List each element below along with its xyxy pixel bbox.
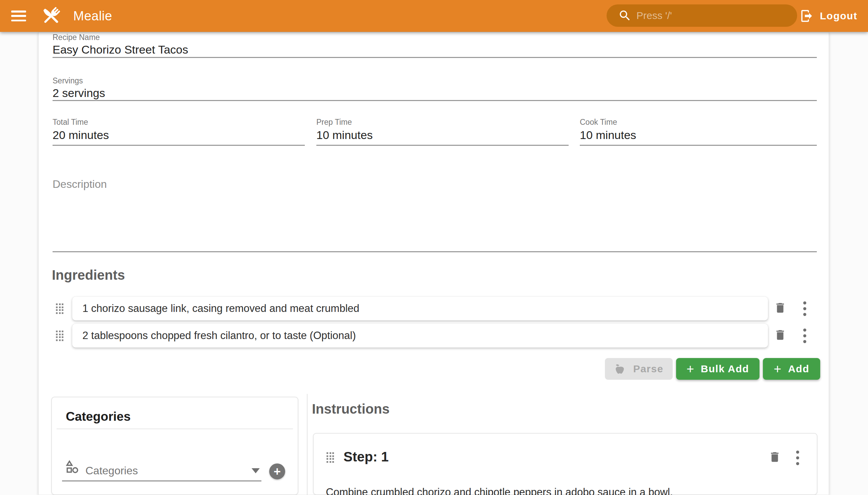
- ingredients-heading: Ingredients: [52, 268, 125, 283]
- prep-time-label: Prep Time: [316, 118, 352, 127]
- recipe-name-label: Recipe Name: [53, 33, 100, 42]
- shapes-icon: [65, 459, 80, 474]
- total-time-input[interactable]: 20 minutes: [53, 129, 109, 142]
- delete-ingredient-icon[interactable]: [774, 328, 787, 342]
- column-divider: [307, 394, 308, 495]
- drag-handle-icon[interactable]: [56, 304, 64, 314]
- prep-time-underline: [316, 145, 568, 146]
- step-title: Step: 1: [343, 449, 389, 464]
- drag-handle-icon[interactable]: [326, 452, 334, 463]
- chevron-down-icon[interactable]: [252, 468, 260, 473]
- ingredient-text: 1 chorizo sausage link, casing removed a…: [82, 303, 359, 314]
- recipe-edit-page: Mealie Press '/' Logout Recipe Name Easy…: [0, 0, 868, 495]
- cook-time-input[interactable]: 10 minutes: [580, 129, 636, 142]
- servings-input[interactable]: 2 servings: [53, 86, 105, 100]
- add-ingredient-button[interactable]: + Add: [763, 358, 820, 380]
- ingredient-text: 2 tablespoons chopped fresh cilantro, or…: [82, 329, 356, 342]
- add-category-button[interactable]: +: [269, 463, 285, 479]
- servings-label: Servings: [53, 76, 83, 85]
- logout-button[interactable]: Logout: [800, 7, 857, 25]
- app-header: Mealie Press '/' Logout: [0, 0, 868, 32]
- plus-icon: +: [774, 362, 781, 375]
- ingredient-menu-icon[interactable]: [803, 302, 806, 316]
- logout-icon: [800, 9, 814, 23]
- cook-time-label: Cook Time: [580, 118, 617, 127]
- recipe-name-input[interactable]: Easy Chorizo Street Tacos: [53, 43, 188, 56]
- bulk-add-label: Bulk Add: [701, 363, 749, 375]
- search-icon: [618, 9, 632, 22]
- step-description-input[interactable]: Combine crumbled chorizo and chipotle pe…: [326, 486, 673, 495]
- categories-select[interactable]: Categories: [85, 464, 138, 477]
- menu-icon[interactable]: [11, 11, 26, 21]
- parse-button[interactable]: Parse: [605, 358, 673, 380]
- description-textarea[interactable]: [53, 190, 817, 251]
- mealie-logo-icon: [40, 5, 62, 27]
- description-underline: [53, 251, 817, 252]
- app-title: Mealie: [73, 9, 112, 23]
- plus-icon: +: [686, 362, 694, 375]
- total-time-label: Total Time: [53, 118, 88, 127]
- total-time-underline: [53, 145, 305, 146]
- apple-icon: [614, 363, 626, 375]
- step-menu-icon[interactable]: [796, 450, 799, 465]
- ingredient-input[interactable]: 2 tablespoons chopped fresh cilantro, or…: [72, 324, 768, 347]
- bulk-add-button[interactable]: + Bulk Add: [676, 358, 760, 380]
- ingredient-menu-icon[interactable]: [803, 328, 806, 343]
- instructions-heading: Instructions: [312, 402, 390, 417]
- search-placeholder: Press '/': [636, 10, 672, 21]
- drag-handle-icon[interactable]: [56, 330, 64, 341]
- ingredient-input[interactable]: 1 chorizo sausage link, casing removed a…: [72, 297, 768, 320]
- categories-card-title: Categories: [66, 410, 131, 424]
- search-input[interactable]: Press '/': [607, 4, 797, 27]
- delete-ingredient-icon[interactable]: [774, 302, 787, 315]
- recipe-name-underline: [53, 57, 817, 58]
- servings-underline: [53, 100, 817, 101]
- prep-time-input[interactable]: 10 minutes: [316, 129, 373, 142]
- delete-step-icon[interactable]: [768, 450, 781, 464]
- categories-select-underline: [62, 480, 261, 481]
- cook-time-underline: [580, 145, 817, 146]
- categories-card-divider: [57, 429, 293, 429]
- parse-label: Parse: [633, 363, 663, 375]
- add-label: Add: [788, 363, 809, 375]
- logout-label: Logout: [820, 10, 857, 22]
- description-label: Description: [53, 178, 107, 190]
